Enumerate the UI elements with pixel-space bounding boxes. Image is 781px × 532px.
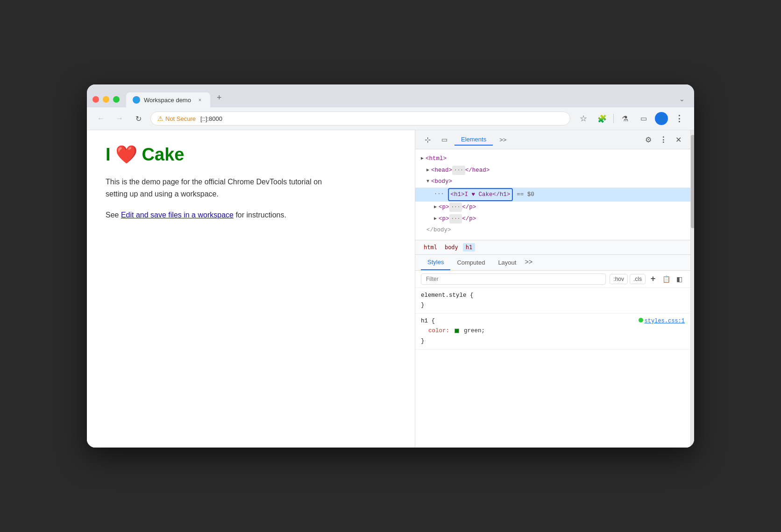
dom-head-line[interactable]: ▶ <head> ··· </head> (415, 165, 690, 176)
back-button[interactable]: ← (94, 112, 107, 125)
h1-source[interactable]: styles.css:1 (639, 316, 685, 326)
subtab-styles[interactable]: Styles (421, 255, 450, 270)
p1-close-tag: </p> (462, 202, 476, 213)
dom-html-line[interactable]: ▶ <html> (415, 153, 690, 165)
p1-ellipsis[interactable]: ··· (449, 203, 462, 212)
add-style-button[interactable]: + (647, 273, 659, 285)
url-bar[interactable]: ⚠ Not Secure [::]:8000 (150, 112, 570, 126)
hov-button[interactable]: :hov (610, 274, 628, 284)
tab-close-button[interactable]: × (196, 96, 204, 104)
head-open-tag: <head> (431, 165, 452, 176)
devtools-tabs: Elements >> (454, 134, 638, 146)
dom-p2-line[interactable]: ▶ <p> ··· </p> (415, 213, 690, 225)
head-ellipsis[interactable]: ··· (452, 166, 465, 175)
collapse-body-icon[interactable]: ▼ (426, 177, 429, 186)
extensions-icon: 🧩 (597, 114, 607, 123)
color-value: green; (464, 328, 485, 334)
body-open-tag: <body> (431, 176, 452, 187)
new-tab-button[interactable]: + (212, 89, 227, 107)
bookmark-button[interactable]: ☆ (576, 111, 591, 126)
styles-filter-actions: :hov .cls + 📋 ◧ (610, 273, 685, 285)
dom-more-button[interactable]: ··· (434, 189, 444, 200)
security-text: Not Secure (165, 115, 196, 122)
workspace-link[interactable]: Edit and save files in a workspace (121, 211, 234, 219)
devtools-close-button[interactable]: ✕ (672, 133, 685, 146)
cls-button[interactable]: .cls (630, 274, 646, 284)
collapse-p1-icon[interactable]: ▶ (434, 203, 437, 211)
devtools-scrollbar-thumb[interactable] (691, 135, 694, 228)
p2-ellipsis[interactable]: ··· (449, 214, 462, 224)
devtools-panel: ⊹ ▭ Elements >> ⚙ (415, 130, 690, 448)
tab-title: Workspace demo (144, 97, 192, 104)
heading-cake: Cake (142, 145, 185, 165)
collapse-p2-icon[interactable]: ▶ (434, 215, 437, 223)
subtab-computed[interactable]: Computed (450, 255, 491, 270)
dom-h1-line[interactable]: ··· <h1>I ♥ Cake</h1> == $0 (415, 188, 690, 202)
profile-avatar[interactable]: 👤 (655, 112, 668, 125)
collapse-head-icon[interactable]: ▶ (426, 166, 429, 175)
p2-close-tag: </p> (462, 214, 476, 224)
collapse-html-icon[interactable]: ▶ (421, 154, 424, 163)
minimize-button[interactable] (103, 96, 109, 103)
inspect-icon: ⊹ (425, 135, 431, 144)
browser-content: I ❤️ Cake This is the demo page for the … (87, 130, 694, 448)
element-style-close: } (421, 302, 425, 308)
breadcrumb-h1[interactable]: h1 (463, 243, 475, 252)
paragraph2-suffix: for instructions. (234, 211, 286, 219)
styles-filter-row: :hov .cls + 📋 ◧ (415, 271, 690, 288)
h1-content: <h1>I ♥ Cake</h1> (451, 191, 511, 198)
close-icon: ✕ (675, 135, 682, 144)
subtab-layout[interactable]: Layout (491, 255, 523, 270)
dom-body-close-line[interactable]: </body> (415, 224, 690, 236)
source-dot-icon (639, 318, 643, 322)
security-indicator: ⚠ Not Secure (157, 115, 196, 122)
subtab-more-icon[interactable]: >> (525, 259, 532, 266)
dom-p1-line[interactable]: ▶ <p> ··· </p> (415, 202, 690, 213)
address-bar: ← → ↻ ⚠ Not Secure [::]:8000 ☆ 🧩 ⚗ ▭ (87, 107, 694, 130)
devtools-more-button[interactable]: ⋮ (657, 133, 670, 146)
dom-breadcrumb: html body h1 (415, 240, 690, 255)
styles-subtabs: Styles Computed Layout >> (415, 255, 690, 271)
devtools-settings-button[interactable]: ⚙ (642, 133, 655, 146)
active-tab[interactable]: 🌐 Workspace demo × (126, 92, 210, 107)
dom-assign-label: == $0 (517, 189, 534, 200)
breadcrumb-body[interactable]: body (442, 243, 461, 252)
styles-filter-input[interactable] (421, 273, 606, 285)
browser-window: 🌐 Workspace demo × + ⌄ ← → ↻ ⚠ Not Secur… (87, 84, 694, 448)
forward-button[interactable]: → (113, 112, 126, 125)
tab-menu-button[interactable]: ⌄ (675, 91, 689, 107)
heading-i: I (106, 145, 111, 165)
menu-icon: ⋮ (675, 113, 683, 124)
device-button[interactable]: ▭ (438, 133, 451, 146)
split-icon: ▭ (640, 114, 647, 123)
devtools-right-icons: ⚙ ⋮ ✕ (642, 133, 685, 146)
devtools-scrollbar[interactable] (690, 130, 694, 448)
devtools-toolbar: ⊹ ▭ Elements >> ⚙ (415, 130, 690, 149)
menu-button[interactable]: ⋮ (672, 111, 687, 126)
extensions-button[interactable]: 🧩 (595, 111, 610, 126)
page-content: I ❤️ Cake This is the demo page for the … (87, 130, 415, 448)
reload-button[interactable]: ↻ (132, 112, 145, 125)
styles-panel: Styles Computed Layout >> :hov .cls + 📋 … (415, 255, 690, 448)
labs-icon: ⚗ (622, 114, 628, 123)
labs-button[interactable]: ⚗ (618, 111, 632, 126)
tab-elements[interactable]: Elements (454, 134, 493, 146)
h1-rule: h1 { styles.css:1 color: green; } (415, 314, 690, 350)
dom-body-line[interactable]: ▼ <body> (415, 176, 690, 188)
new-stylesheet-button[interactable]: 📋 (660, 273, 672, 285)
close-button[interactable] (92, 96, 99, 103)
toolbar-icons: ☆ 🧩 ⚗ ▭ 👤 ⋮ (576, 111, 687, 126)
breadcrumb-html[interactable]: html (421, 243, 440, 252)
tab-favicon: 🌐 (133, 96, 140, 104)
p1-open-tag: <p> (439, 202, 449, 213)
inspect-button[interactable]: ⊹ (421, 133, 434, 146)
color-swatch-green[interactable] (454, 329, 459, 333)
url-address: [::]:8000 (200, 115, 222, 122)
element-state-button[interactable]: ◧ (674, 273, 685, 285)
head-close-tag: </head> (465, 165, 490, 176)
h1-tag-highlighted: <h1>I ♥ Cake</h1> (448, 188, 513, 202)
split-button[interactable]: ▭ (636, 111, 651, 126)
tab-more-devtools[interactable]: >> (493, 134, 513, 145)
profile-icon: 👤 (657, 114, 666, 123)
maximize-button[interactable] (113, 96, 120, 103)
